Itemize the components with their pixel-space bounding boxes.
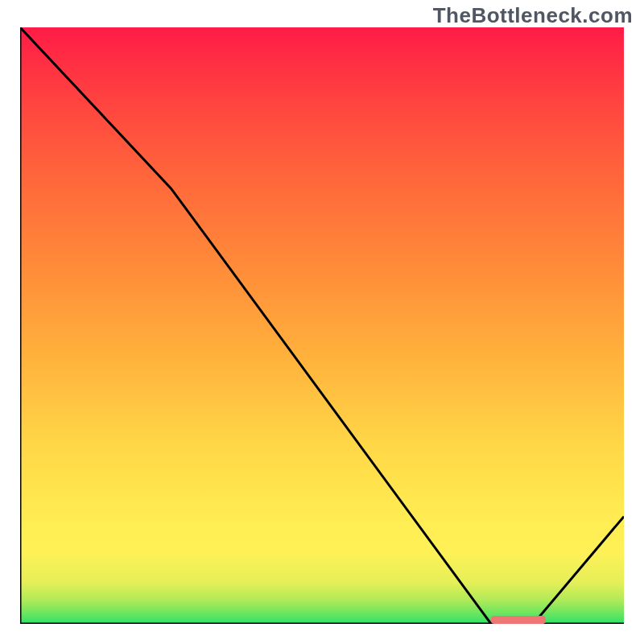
watermark-text: TheBottleneck.com <box>433 3 633 28</box>
optimal-range-marker <box>491 616 546 624</box>
chart-container: TheBottleneck.com <box>0 0 644 644</box>
plot-area <box>20 27 624 624</box>
chart-svg <box>20 27 624 624</box>
gradient-background <box>20 27 624 624</box>
